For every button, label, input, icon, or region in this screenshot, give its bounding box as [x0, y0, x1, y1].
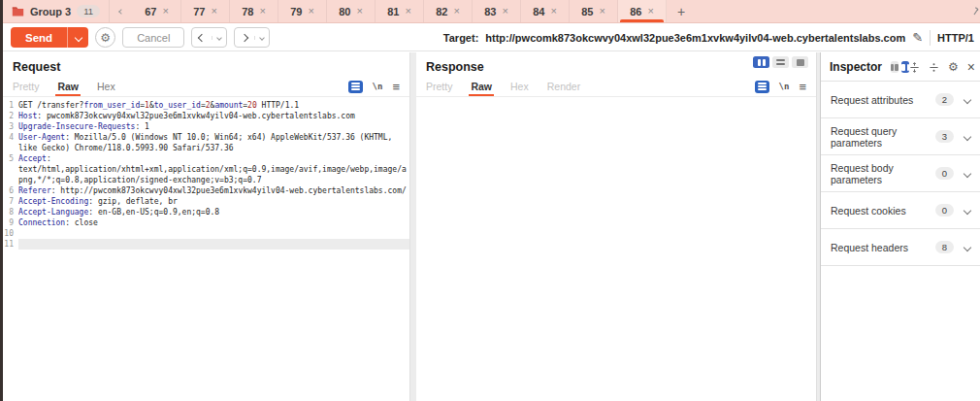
- line-number: 10: [3, 228, 18, 239]
- folder-icon: [12, 6, 24, 17]
- edit-target-pencil-icon[interactable]: ✎: [912, 30, 923, 45]
- inspector-panel: Inspector ⚙ × Request attributes2Request…: [820, 52, 980, 401]
- chevron-down-icon[interactable]: [964, 243, 971, 251]
- layout-single-button[interactable]: [792, 56, 808, 68]
- back-dropdown-button[interactable]: [212, 36, 226, 40]
- line-number: 6: [3, 185, 18, 196]
- send-button[interactable]: Send: [11, 27, 88, 48]
- repeater-tab-82[interactable]: 82×: [424, 0, 473, 22]
- request-panel-title: Request: [3, 52, 409, 77]
- tab-close-icon[interactable]: ×: [502, 6, 507, 17]
- syntax-format-icon[interactable]: [348, 81, 363, 93]
- history-back-button[interactable]: [191, 27, 227, 48]
- request-editor[interactable]: 1GET /transfer?from_user_id=1&to_user_id…: [3, 97, 409, 250]
- chevron-down-icon[interactable]: [964, 206, 971, 214]
- layout-columns-button[interactable]: [753, 56, 769, 68]
- repeater-tab-78[interactable]: 78×: [230, 0, 278, 22]
- tab-close-icon[interactable]: ×: [453, 6, 459, 17]
- tab-close-icon[interactable]: ×: [211, 6, 216, 17]
- tab-scroll-left-button[interactable]: [110, 0, 133, 22]
- response-tab-pretty[interactable]: Pretty: [426, 77, 452, 96]
- line-number: 3: [3, 121, 18, 132]
- syntax-format-icon[interactable]: [755, 81, 769, 93]
- inspector-dock-left-button[interactable]: [891, 61, 898, 73]
- inspector-section-request-query-parameters[interactable]: Request query parameters3: [821, 118, 980, 155]
- tab-close-icon[interactable]: ×: [647, 6, 653, 17]
- close-icon[interactable]: ×: [967, 60, 975, 74]
- tab-close-icon[interactable]: ×: [550, 6, 556, 17]
- request-panel: Request PrettyRawHex \n ≡ 1GET /transfer…: [3, 52, 410, 401]
- line-number: 7: [3, 196, 18, 207]
- request-tab-hex[interactable]: Hex: [97, 77, 115, 96]
- tab-close-icon[interactable]: ×: [599, 6, 604, 17]
- send-dropdown-button[interactable]: [67, 27, 88, 48]
- tab-label: 83: [484, 6, 496, 17]
- inspector-section-request-cookies[interactable]: Request cookies0: [821, 192, 980, 229]
- view-layout-toggles: [753, 56, 808, 68]
- repeater-tab-80[interactable]: 80×: [327, 0, 376, 22]
- inspector-section-request-attributes[interactable]: Request attributes2: [821, 82, 980, 118]
- http-version-label: HTTP/1: [937, 32, 974, 44]
- response-tabs-container: PrettyRawHexRender: [426, 77, 580, 96]
- request-tab-pretty[interactable]: Pretty: [13, 77, 39, 96]
- editor-line: 2Host: pwcomk873okcwvy04xwl32pue3e6m1xvk…: [3, 111, 409, 121]
- repeater-tab-79[interactable]: 79×: [278, 0, 327, 22]
- repeater-tab-77[interactable]: 77×: [181, 0, 230, 22]
- request-tab-raw[interactable]: Raw: [57, 77, 79, 96]
- inspector-section-request-body-parameters[interactable]: Request body parameters0: [821, 155, 980, 192]
- chevron-down-icon: [74, 33, 82, 41]
- chevron-down-icon[interactable]: [964, 169, 971, 177]
- tab-close-icon[interactable]: ×: [259, 6, 265, 17]
- line-content: GET /transfer?from_user_id=1&to_user_id=…: [18, 100, 409, 111]
- line-content: like Gecko) Chrome/118.0.5993.90 Safari/…: [18, 143, 409, 153]
- editor-menu-icon[interactable]: ≡: [392, 81, 400, 93]
- editor-line: 10: [3, 228, 409, 239]
- chevron-down-icon[interactable]: [964, 132, 971, 140]
- repeater-tab-86[interactable]: 86×: [618, 0, 667, 22]
- editor-menu-icon[interactable]: ≡: [799, 81, 806, 93]
- tab-label: 77: [193, 6, 205, 17]
- collapse-all-icon[interactable]: [929, 62, 939, 73]
- editor-line: 1GET /transfer?from_user_id=1&to_user_id…: [3, 100, 409, 111]
- tab-group[interactable]: Group 3 11: [3, 0, 110, 22]
- chevron-down-icon[interactable]: [964, 95, 971, 103]
- line-content: Upgrade-Insecure-Requests: 1: [18, 121, 409, 132]
- line-content: [18, 239, 409, 250]
- response-tab-raw[interactable]: Raw: [471, 77, 492, 96]
- inspector-section-request-headers[interactable]: Request headers8: [821, 229, 980, 266]
- response-panel: Response PrettyRawHexRender \n ≡: [416, 52, 817, 401]
- repeater-tab-81[interactable]: 81×: [376, 0, 424, 22]
- line-content: Accept-Language: en-GB,en-US;q=0.9,en;q=…: [18, 207, 409, 217]
- repeater-tab-84[interactable]: 84×: [521, 0, 570, 22]
- cancel-button[interactable]: Cancel: [122, 27, 184, 48]
- section-label: Request headers: [831, 242, 935, 253]
- request-tab-strip: PrettyRawHex \n ≡: [3, 77, 409, 97]
- show-newlines-icon[interactable]: \n: [373, 82, 383, 91]
- repeater-tabs: 67×77×78×79×80×81×82×83×84×85×86×: [133, 0, 667, 22]
- inspector-title: Inspector: [830, 60, 882, 74]
- response-tab-hex[interactable]: Hex: [510, 77, 529, 96]
- tab-close-icon[interactable]: ×: [162, 6, 168, 17]
- repeater-tab-67[interactable]: 67×: [133, 0, 181, 22]
- gear-icon[interactable]: ⚙: [948, 61, 959, 73]
- layout-rows-button[interactable]: [772, 56, 789, 68]
- line-number: 2: [3, 111, 18, 121]
- inspector-dock-right-button[interactable]: [901, 61, 909, 73]
- request-settings-button[interactable]: ⚙: [95, 27, 115, 48]
- add-tab-button[interactable]: +: [667, 0, 696, 22]
- editor-line: png,*/*;q=0.8,application/signed-exchang…: [3, 175, 409, 185]
- tab-label: 86: [630, 6, 641, 17]
- history-forward-button[interactable]: [234, 27, 270, 48]
- target-url: http://pwcomk873okcwvy04xwl32pue3e6m1xvk…: [485, 32, 905, 44]
- repeater-tab-83[interactable]: 83×: [473, 0, 521, 22]
- tab-close-icon[interactable]: ×: [308, 6, 313, 17]
- tab-close-icon[interactable]: ×: [405, 6, 410, 17]
- expand-all-icon[interactable]: [909, 62, 920, 73]
- tab-close-icon[interactable]: ×: [356, 6, 362, 17]
- show-newlines-icon[interactable]: \n: [779, 82, 790, 91]
- response-tab-render[interactable]: Render: [547, 77, 580, 96]
- send-button-label[interactable]: Send: [11, 27, 67, 48]
- request-editor-icons: \n ≡: [348, 81, 400, 93]
- forward-dropdown-button[interactable]: [254, 36, 269, 40]
- repeater-tab-85[interactable]: 85×: [570, 0, 618, 22]
